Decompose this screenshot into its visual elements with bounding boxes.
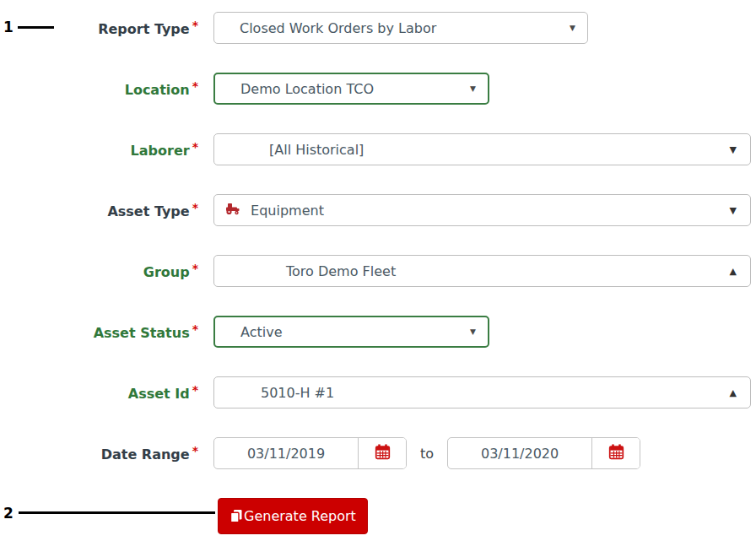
date-range-row: Date Range* 03/11/2019 (0, 437, 751, 469)
annotation-line-1 (18, 26, 54, 29)
calendar-icon (375, 444, 391, 463)
asset-type-label-text: Asset Type (107, 203, 189, 219)
chevron-down-icon: ▼ (470, 85, 476, 93)
mower-icon (224, 203, 240, 215)
asset-status-label-text: Asset Status (94, 325, 190, 341)
asset-id-label-text: Asset Id (128, 386, 190, 402)
required-asterisk: * (192, 444, 198, 457)
laborer-label-text: Laborer (131, 143, 190, 159)
copy-report-icon (230, 509, 243, 523)
group-value: Toro Demo Fleet (214, 263, 396, 279)
chevron-up-icon: ▲ (730, 267, 737, 276)
laborer-row: Laborer* [All Historical] ▼ (0, 133, 751, 165)
location-row: Location* Demo Location TCO ▼ (0, 73, 751, 105)
generate-report-label: Generate Report (244, 508, 356, 524)
chevron-down-icon: ▼ (470, 328, 476, 336)
report-type-value: Closed Work Orders by Labor (214, 20, 436, 36)
laborer-value: [All Historical] (214, 142, 364, 158)
report-type-row: Report Type* Closed Work Orders by Labor… (0, 12, 751, 44)
group-label-text: Group (143, 264, 190, 280)
required-asterisk: * (192, 201, 198, 214)
date-range-label: Date Range* (0, 444, 198, 463)
asset-id-row: Asset Id* 5010-H #1 ▲ (0, 376, 751, 408)
group-select[interactable]: Toro Demo Fleet ▲ (213, 255, 751, 287)
date-to-input[interactable]: 03/11/2020 (448, 438, 591, 468)
laborer-label: Laborer* (0, 140, 198, 159)
asset-type-value: Equipment (214, 203, 324, 219)
location-label-text: Location (125, 82, 190, 98)
chevron-up-icon: ▲ (730, 388, 737, 398)
location-value: Demo Location TCO (215, 81, 374, 97)
annotation-line-2 (19, 511, 215, 514)
date-from-group: 03/11/2019 (213, 437, 407, 469)
button-row: Generate Report (218, 498, 751, 534)
report-type-select[interactable]: Closed Work Orders by Labor ▼ (213, 12, 588, 44)
required-asterisk: * (192, 140, 198, 154)
generate-report-button[interactable]: Generate Report (218, 498, 368, 534)
chevron-down-icon: ▼ (730, 206, 737, 215)
location-select[interactable]: Demo Location TCO ▼ (213, 73, 489, 105)
group-label: Group* (0, 262, 198, 280)
date-range-label-text: Date Range (101, 446, 190, 463)
annotation-marker-2: 2 (3, 505, 14, 522)
date-to-group: 03/11/2020 (447, 437, 640, 469)
asset-id-select[interactable]: 5010-H #1 ▲ (213, 376, 751, 408)
report-type-label-text: Report Type (98, 21, 189, 37)
asset-type-value-text: Equipment (251, 203, 324, 219)
date-from-input[interactable]: 03/11/2019 (214, 438, 358, 468)
date-to-calendar-button[interactable] (591, 438, 640, 468)
asset-id-value: 5010-H #1 (214, 385, 334, 401)
date-from-calendar-button[interactable] (358, 438, 406, 468)
report-form: Report Type* Closed Work Orders by Labor… (0, 12, 751, 534)
required-asterisk: * (192, 322, 198, 336)
asset-status-select[interactable]: Active ▼ (213, 316, 489, 348)
asset-status-row: Asset Status* Active ▼ (0, 316, 751, 348)
laborer-select[interactable]: [All Historical] ▼ (213, 133, 751, 165)
asset-status-label: Asset Status* (0, 322, 198, 341)
group-row: Group* Toro Demo Fleet ▲ (0, 255, 751, 287)
asset-id-label: Asset Id* (0, 383, 198, 402)
required-asterisk: * (192, 262, 198, 275)
asset-type-label: Asset Type* (0, 201, 198, 219)
annotation-marker-1: 1 (3, 19, 14, 35)
required-asterisk: * (192, 383, 198, 397)
location-label: Location* (0, 79, 198, 98)
asset-type-select[interactable]: Equipment ▼ (213, 194, 751, 226)
chevron-down-icon: ▼ (730, 145, 737, 154)
calendar-icon (608, 444, 624, 463)
date-range-separator: to (420, 446, 434, 462)
asset-type-row: Asset Type* Equipment ▼ (0, 194, 751, 226)
required-asterisk: * (192, 79, 198, 93)
chevron-down-icon: ▼ (570, 24, 575, 32)
asset-status-value: Active (215, 324, 283, 340)
required-asterisk: * (192, 19, 198, 32)
